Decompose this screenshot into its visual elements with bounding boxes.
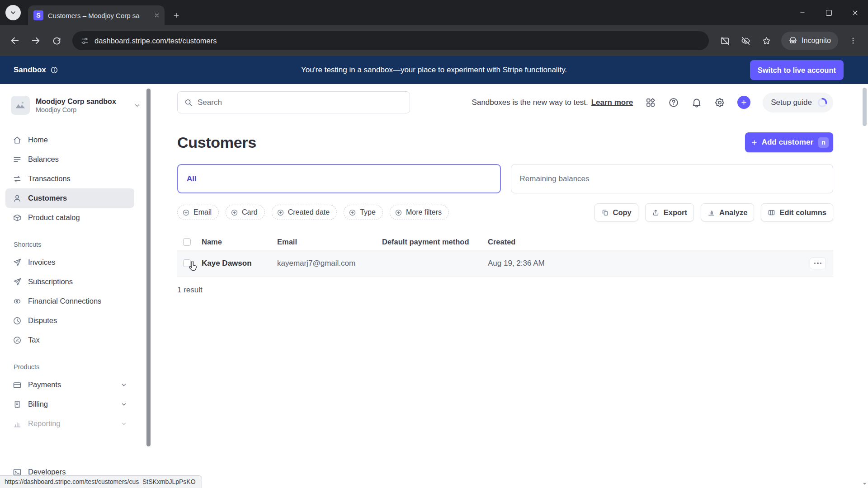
filter-pills: Email Card Created date Type More filter… xyxy=(177,205,449,220)
setup-guide-button[interactable]: Setup guide xyxy=(763,93,833,113)
back-button[interactable] xyxy=(5,31,24,50)
sidebar-item-invoices[interactable]: Invoices xyxy=(5,253,134,272)
sandbox-label: Sandbox xyxy=(14,66,46,75)
sidebar-item-label: Balances xyxy=(28,155,59,164)
bar-chart-icon xyxy=(13,419,22,428)
copy-icon xyxy=(601,209,609,216)
window-controls xyxy=(789,0,868,25)
browser-titlebar: S Customers – Moodjoy Corp sa xyxy=(0,0,868,25)
analyze-label: Analyze xyxy=(719,208,747,217)
reload-button[interactable] xyxy=(47,31,66,50)
cast-off-icon[interactable] xyxy=(715,31,734,50)
filter-pill-more-filters[interactable]: More filters xyxy=(390,205,449,220)
page-scrollbar[interactable] xyxy=(861,84,868,488)
sidebar-item-reporting[interactable]: Reporting xyxy=(5,414,134,433)
chevron-down-icon xyxy=(134,102,141,109)
sidebar-item-label: Disputes xyxy=(28,316,57,325)
sidebar-item-label: Product catalog xyxy=(28,213,80,222)
card-icon xyxy=(13,380,22,389)
tab-close-icon[interactable] xyxy=(154,12,160,19)
info-icon[interactable] xyxy=(50,66,58,74)
chevron-down-icon xyxy=(121,401,127,408)
scroll-down-arrow-icon[interactable] xyxy=(862,481,867,486)
search-box[interactable] xyxy=(177,91,410,113)
percent-circle-icon xyxy=(13,336,22,345)
copy-button[interactable]: Copy xyxy=(594,203,638,221)
analyze-chart-icon xyxy=(708,209,715,216)
sidebar-item-payments[interactable]: Payments xyxy=(5,375,134,394)
apps-grid-icon[interactable] xyxy=(645,97,656,108)
column-header-name[interactable]: Name xyxy=(202,238,277,246)
row-overflow-button[interactable] xyxy=(810,258,826,269)
sidebar-scrollbar[interactable] xyxy=(146,89,151,446)
switch-to-live-button[interactable]: Switch to live account xyxy=(750,60,844,80)
create-plus-button[interactable] xyxy=(737,96,750,109)
filter-pill-email[interactable]: Email xyxy=(177,205,219,220)
bell-icon[interactable] xyxy=(691,97,702,108)
close-button[interactable] xyxy=(842,0,868,25)
bookmark-star-icon[interactable] xyxy=(757,31,776,50)
eye-off-icon[interactable] xyxy=(736,31,755,50)
sidebar-item-label: Subscriptions xyxy=(28,277,73,286)
result-count: 1 result xyxy=(177,286,833,295)
add-customer-button[interactable]: Add customer n xyxy=(745,132,833,152)
browser-menu-icon[interactable] xyxy=(844,31,863,50)
column-header-payment-method[interactable]: Default payment method xyxy=(382,238,488,246)
sidebar-item-product-catalog[interactable]: Product catalog xyxy=(5,208,134,227)
help-icon[interactable] xyxy=(668,97,679,108)
plus-icon xyxy=(173,12,180,19)
search-input[interactable] xyxy=(198,98,403,107)
export-button[interactable]: Export xyxy=(645,203,694,221)
learn-more-link[interactable]: Learn more xyxy=(591,98,633,107)
tab-title: Customers – Moodjoy Corp sa xyxy=(48,12,149,19)
filter-pill-type[interactable]: Type xyxy=(344,205,383,220)
hand-cursor-icon xyxy=(187,260,198,272)
sidebar-item-customers[interactable]: Customers xyxy=(5,188,134,208)
circle-plus-icon xyxy=(395,209,402,216)
products-heading: Products xyxy=(0,363,152,371)
maximize-button[interactable] xyxy=(816,0,842,25)
account-names: Moodjoy Corp sandbox Moodjoy Corp xyxy=(36,97,116,113)
minimize-button[interactable] xyxy=(789,0,816,25)
sidebar-item-label: Customers xyxy=(28,194,67,202)
maximize-icon xyxy=(826,10,832,16)
table-row[interactable]: Kaye Dawson kayemarj7@gmail.com Aug 19, … xyxy=(177,250,833,277)
incognito-label: Incognito xyxy=(802,37,831,45)
sidebar-item-subscriptions[interactable]: Subscriptions xyxy=(5,272,134,291)
gear-icon[interactable] xyxy=(714,97,725,108)
sidebar-item-financial-connections[interactable]: Financial Connections xyxy=(5,291,134,311)
filter-pill-card[interactable]: Card xyxy=(226,205,265,220)
sidebar-item-disputes[interactable]: Disputes xyxy=(5,311,134,330)
sidebar-item-label: Tax xyxy=(28,336,40,344)
column-header-created[interactable]: Created xyxy=(488,238,810,246)
cell-name[interactable]: Kaye Dawson xyxy=(202,259,277,268)
column-header-email[interactable]: Email xyxy=(277,238,382,246)
filter-pill-label: More filters xyxy=(406,208,442,216)
table-actions: Copy Export Analyze Edit columns xyxy=(594,203,833,221)
sidebar-item-billing[interactable]: Billing xyxy=(5,394,134,414)
circle-plus-icon xyxy=(349,209,356,216)
filter-pill-created-date[interactable]: Created date xyxy=(272,205,337,220)
analyze-button[interactable]: Analyze xyxy=(701,203,754,221)
tab-search-button[interactable] xyxy=(5,5,21,20)
site-settings-icon[interactable] xyxy=(80,37,89,45)
new-tab-button[interactable] xyxy=(173,12,180,19)
sidebar-item-label: Home xyxy=(28,136,48,144)
sidebar-item-transactions[interactable]: Transactions xyxy=(5,169,134,188)
edit-columns-button[interactable]: Edit columns xyxy=(761,203,833,221)
sandbox-notice: Sandboxes is the new way to test.Learn m… xyxy=(472,98,633,107)
sidebar-item-balances[interactable]: Balances xyxy=(5,150,134,169)
browser-toolbar: dashboard.stripe.com/test/customers Inco… xyxy=(0,25,868,56)
url-bar[interactable]: dashboard.stripe.com/test/customers xyxy=(72,31,709,50)
clock-icon xyxy=(13,316,22,325)
select-all-checkbox[interactable] xyxy=(183,238,191,246)
tab-all[interactable]: All xyxy=(177,164,501,193)
tab-remaining-balances[interactable]: Remaining balances xyxy=(511,164,834,193)
sidebar-item-home[interactable]: Home xyxy=(5,130,134,150)
scrollbar-thumb[interactable] xyxy=(863,88,867,126)
browser-tab[interactable]: S Customers – Moodjoy Corp sa xyxy=(28,5,165,25)
account-switcher[interactable]: Moodjoy Corp sandbox Moodjoy Corp xyxy=(0,94,152,117)
transactions-icon xyxy=(13,174,22,183)
sidebar-item-tax[interactable]: Tax xyxy=(5,330,134,350)
forward-button[interactable] xyxy=(26,31,45,50)
